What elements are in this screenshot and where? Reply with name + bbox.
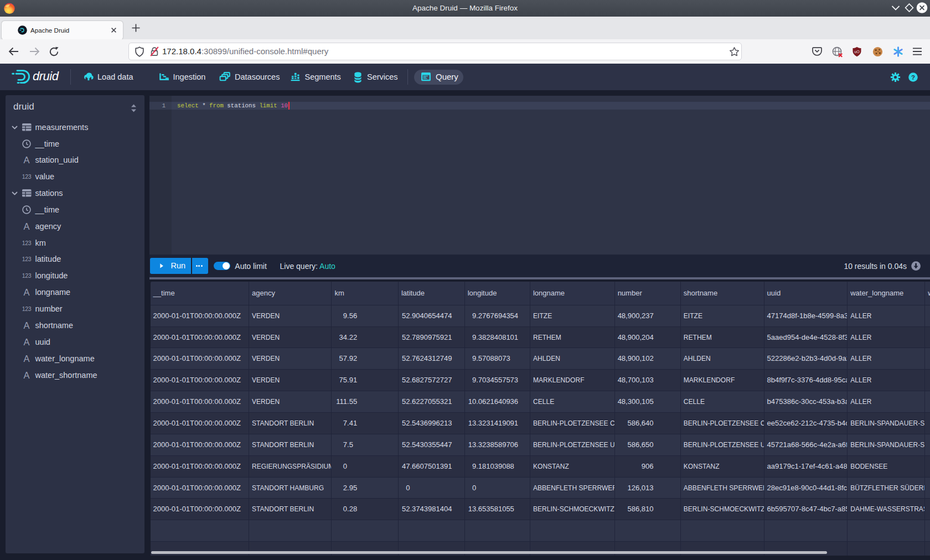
svg-text:uO: uO <box>854 50 860 54</box>
svg-text:?: ? <box>911 74 915 80</box>
